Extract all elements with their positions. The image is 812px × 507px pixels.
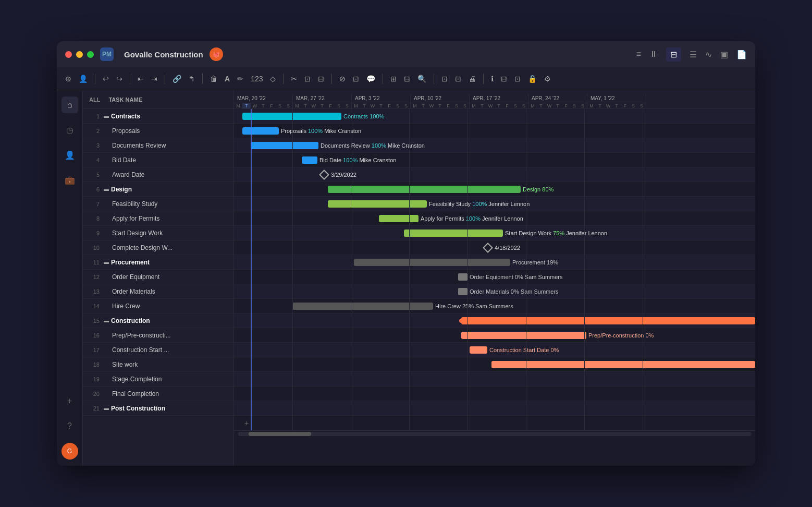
- gantt-icon[interactable]: ⊟: [666, 47, 681, 62]
- scrollbar-track: [238, 432, 751, 436]
- sidebar-item-briefcase[interactable]: 💼: [61, 172, 78, 188]
- minimize-button[interactable]: [76, 51, 83, 58]
- gantt-row-5: 3/29/2022: [234, 167, 755, 182]
- menu-icon[interactable]: ≡: [636, 50, 641, 59]
- sidebar-item-avatar[interactable]: G: [61, 443, 78, 460]
- collapse-icon: ▬: [104, 259, 109, 265]
- doc-icon[interactable]: 📄: [736, 50, 747, 59]
- paste-icon[interactable]: ⊟: [316, 73, 326, 85]
- task-row[interactable]: 8 Apply for Permits: [83, 211, 233, 226]
- table2-icon[interactable]: ⊟: [402, 73, 412, 85]
- note-icon[interactable]: 💬: [364, 73, 377, 85]
- sidebar-item-help[interactable]: ?: [61, 418, 78, 434]
- task-row[interactable]: 20 Final Completion: [83, 387, 233, 401]
- sidebar-item-history[interactable]: ◷: [61, 122, 78, 138]
- num-icon[interactable]: 123: [249, 73, 265, 85]
- task-row[interactable]: 7 Feasibility Study: [83, 197, 233, 211]
- zoom-icon[interactable]: 🔍: [415, 73, 428, 85]
- gantt-header-inner: MAR, 20 '22 M T W T F S S: [234, 94, 755, 108]
- delete-icon[interactable]: 🗑: [208, 73, 219, 85]
- undo-icon[interactable]: ↩: [101, 73, 111, 85]
- pause-icon[interactable]: ⏸: [649, 50, 658, 59]
- task-row[interactable]: 3 Documents Review: [83, 138, 233, 153]
- gantt-row-15: [234, 313, 755, 328]
- sidebar-item-add[interactable]: +: [61, 393, 78, 409]
- task-row[interactable]: 1 ▬ Contracts: [83, 109, 233, 124]
- task-row[interactable]: 14 Hire Crew: [83, 299, 233, 313]
- outdent-icon[interactable]: ⇤: [136, 73, 146, 85]
- horizontal-scrollbar[interactable]: [234, 430, 755, 437]
- shape-icon[interactable]: ◇: [268, 73, 278, 85]
- gantt-row-17: Construction Start Date 0%: [234, 343, 755, 357]
- maximize-button[interactable]: [87, 51, 94, 58]
- share-icon[interactable]: ⊡: [453, 73, 463, 85]
- collapse-icon: ▬: [104, 405, 109, 411]
- sep4: [202, 74, 203, 84]
- task-row[interactable]: 5 Award Date: [83, 167, 233, 182]
- gantt-row-14: Hire Crew 25% Sam Summers: [234, 299, 755, 313]
- sidebar-item-people[interactable]: 👤: [61, 147, 78, 163]
- task-list: ALL TASK NAME 1 ▬ Contracts 2 Proposals …: [83, 90, 234, 466]
- gantt-header: MAR, 20 '22 M T W T F S S: [234, 90, 755, 109]
- add-icon[interactable]: ⊕: [63, 73, 73, 85]
- redo-icon[interactable]: ↪: [114, 73, 125, 85]
- titlebar: PM Govalle Construction 🐙 ≡ ⏸ ⊟ ☰ ∿ ▣ 📄: [57, 41, 755, 67]
- task-row[interactable]: 4 Bid Date: [83, 153, 233, 167]
- task-row[interactable]: 19 Stage Completion: [83, 372, 233, 387]
- task-row[interactable]: 2 Proposals: [83, 124, 233, 138]
- sep7: [383, 74, 383, 84]
- link2-icon[interactable]: ⊘: [337, 73, 348, 85]
- gantt-row-2: Proposals 100% Mike Cranston: [234, 124, 755, 138]
- task-row[interactable]: 15 ▬ Construction: [83, 313, 233, 328]
- settings-icon[interactable]: ⚙: [542, 73, 553, 85]
- task-list-header: ALL TASK NAME: [83, 90, 233, 109]
- task-row[interactable]: 21 ▬ Post Construction: [83, 401, 233, 416]
- gantt-row-19: [234, 372, 755, 387]
- collapse-icon: ▬: [104, 113, 109, 119]
- task-row[interactable]: 12 Order Equipment: [83, 270, 233, 284]
- chart-icon[interactable]: ∿: [705, 50, 712, 59]
- task-row[interactable]: 11 ▬ Procurement: [83, 255, 233, 270]
- funnel-icon[interactable]: ⊡: [512, 73, 523, 85]
- gantt-row-20: [234, 387, 755, 401]
- copy2-icon[interactable]: ⊡: [351, 73, 361, 85]
- indent-icon[interactable]: ⇥: [149, 73, 159, 85]
- unlink-icon[interactable]: ↰: [187, 73, 197, 85]
- close-button[interactable]: [65, 51, 72, 58]
- task-row[interactable]: 16 Prep/Pre-constructi...: [83, 328, 233, 343]
- grid-icon[interactable]: ⊞: [388, 73, 399, 85]
- paint-icon[interactable]: ✏: [235, 73, 245, 85]
- task-row[interactable]: 13 Order Materials: [83, 284, 233, 299]
- filter-icon[interactable]: ⊟: [499, 73, 509, 85]
- traffic-lights: [65, 51, 94, 58]
- calendar-icon[interactable]: ▣: [720, 50, 728, 59]
- lock-icon[interactable]: 🔒: [526, 73, 539, 85]
- task-name-header: TASK NAME: [108, 96, 142, 103]
- sep6: [331, 74, 332, 84]
- sidebar-item-home[interactable]: ⌂: [61, 96, 78, 113]
- sep1: [95, 74, 95, 84]
- export-icon[interactable]: ⊡: [439, 73, 450, 85]
- scrollbar-thumb[interactable]: [249, 432, 311, 436]
- print-icon[interactable]: 🖨: [466, 73, 478, 85]
- gantt-rows: Contracts 100% Proposals 100% Mike Crans…: [234, 109, 755, 430]
- gantt-row-13: Order Materials 0% Sam Summers: [234, 284, 755, 299]
- task-row[interactable]: 18 Site work: [83, 357, 233, 372]
- task-row[interactable]: 17 Construction Start ...: [83, 343, 233, 357]
- titlebar-icons: ≡ ⏸ ⊟ ☰ ∿ ▣ 📄: [636, 47, 747, 62]
- user-icon[interactable]: 👤: [77, 73, 90, 85]
- toolbar: ⊕ 👤 ↩ ↪ ⇤ ⇥ 🔗 ↰ 🗑 A ✏ 123 ◇ ✂ ⊡ ⊟ ⊘ ⊡ 💬 …: [57, 67, 755, 90]
- text-icon[interactable]: A: [223, 73, 232, 85]
- info-icon[interactable]: ℹ: [489, 73, 496, 85]
- task-row[interactable]: 6 ▬ Design: [83, 182, 233, 197]
- copy-icon[interactable]: ⊡: [302, 73, 313, 85]
- task-row[interactable]: 10 Complete Design W...: [83, 240, 233, 255]
- add-row-button[interactable]: +: [234, 416, 755, 430]
- task-row[interactable]: 9 Start Design Work: [83, 226, 233, 240]
- cut-icon[interactable]: ✂: [289, 73, 299, 85]
- gantt-area[interactable]: MAR, 20 '22 M T W T F S S: [234, 90, 755, 466]
- link-icon[interactable]: 🔗: [170, 73, 183, 85]
- all-label: ALL: [89, 96, 100, 103]
- table-icon[interactable]: ☰: [690, 50, 697, 59]
- gantt-row-1: Contracts 100%: [234, 109, 755, 124]
